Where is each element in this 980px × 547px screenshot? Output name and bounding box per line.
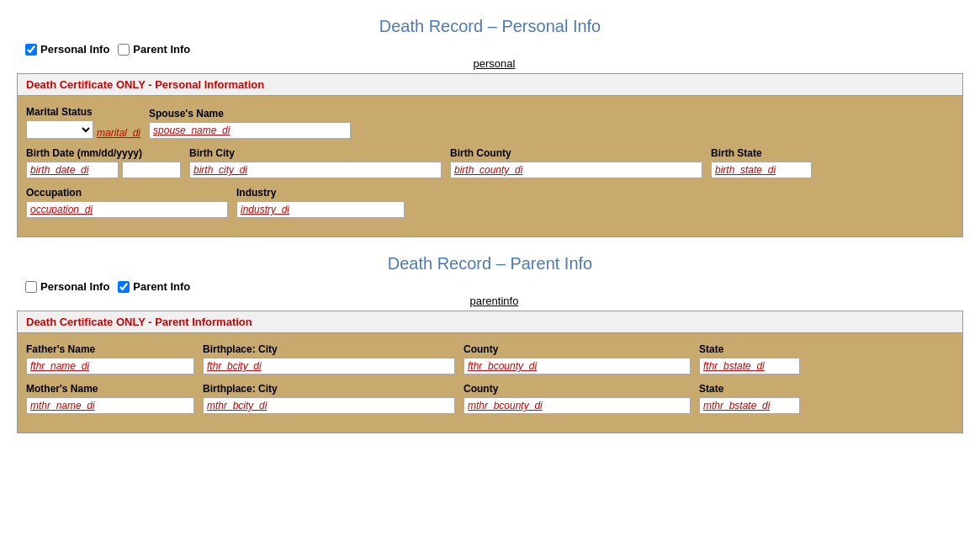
mother-name-input[interactable] [26,397,194,414]
mother-birthplace-city-group: Birthplace: City [203,383,455,414]
parent-tab-underline: parentinfo [17,295,963,307]
personal-tab1-label: Personal Info [40,43,109,56]
spouse-name-input[interactable] [149,122,351,139]
parent-tab-row: Personal Info Parent Info [17,280,963,293]
personal-tab-underline: personal [17,57,963,70]
father-name-group: Father's Name [26,343,194,374]
father-state-group: State [699,343,800,374]
spouse-name-label: Spouse's Name [149,108,351,119]
industry-group: Industry [236,187,405,218]
birth-city-label: Birth City [189,147,442,159]
parent-tab2-checkbox[interactable] [118,281,130,293]
mother-state-label: State [699,383,800,395]
parent-section-header: Death Certificate ONLY - Parent Informat… [18,311,962,333]
birth-date-group: Birth Date (mm/dd/yyyy) [26,147,181,178]
personal-row1: Marital Status marital_di Spouse's Name [26,106,954,139]
parent-section-body: Father's Name Birthplace: City County St… [18,333,962,433]
parent-tab2-label: Parent Info [133,280,190,293]
mother-state-group: State [699,383,800,414]
marital-status-link[interactable]: marital_di [97,127,140,139]
mother-county-group: County [464,383,691,414]
birth-date-label: Birth Date (mm/dd/yyyy) [26,147,181,159]
mother-name-group: Mother's Name [26,383,194,414]
marital-status-label: Marital Status [26,106,140,118]
birth-city-group: Birth City [189,147,442,178]
parent-section-wrapper: Death Certificate ONLY - Parent Informat… [17,311,963,433]
personal-tab-row: Personal Info Parent Info [17,43,963,56]
parent-row1: Father's Name Birthplace: City County St… [26,343,954,374]
occupation-label: Occupation [26,187,228,199]
parent-tab1-label: Personal Info [40,280,109,293]
personal-row3: Occupation Industry [26,187,954,218]
parent-row2: Mother's Name Birthplace: City County St… [26,383,954,414]
father-county-input[interactable] [464,358,691,374]
mother-name-label: Mother's Name [26,383,194,395]
marital-status-controls: marital_di [26,120,140,139]
birth-date-extra-input[interactable] [122,162,181,178]
parent-page-title: Death Record – Parent Info [17,254,963,274]
father-state-label: State [699,343,800,355]
marital-status-select[interactable] [26,120,93,139]
mother-state-input[interactable] [699,397,800,414]
personal-tab2-label: Parent Info [133,43,190,56]
personal-page-title: Death Record – Personal Info [17,17,963,36]
father-birthplace-city-input[interactable] [203,358,455,374]
personal-tab1-checkbox[interactable] [25,44,37,56]
mother-birthplace-city-label: Birthplace: City [203,383,455,395]
mother-birthplace-city-input[interactable] [203,397,455,414]
birth-county-input[interactable] [450,162,702,178]
occupation-group: Occupation [26,187,228,218]
father-birthplace-city-group: Birthplace: City [203,343,455,374]
parent-tab1-item: Personal Info [25,280,109,293]
personal-tab2-item: Parent Info [118,43,190,56]
birth-county-group: Birth County [450,147,702,178]
occupation-input[interactable] [26,201,228,218]
personal-tab2-checkbox[interactable] [118,44,130,56]
father-name-input[interactable] [26,358,194,374]
personal-section-body: Marital Status marital_di Spouse's Name … [18,96,962,236]
personal-section-wrapper: Death Certificate ONLY - Personal Inform… [17,73,963,237]
parent-tab1-checkbox[interactable] [25,281,37,293]
personal-tab1-item: Personal Info [25,43,109,56]
marital-status-group: Marital Status marital_di [26,106,140,139]
personal-row2: Birth Date (mm/dd/yyyy) Birth City Birth… [26,147,954,178]
parent-tab2-item: Parent Info [118,280,190,293]
birth-county-label: Birth County [450,147,702,159]
spouse-name-group: Spouse's Name [149,108,351,139]
father-state-input[interactable] [699,358,800,374]
birth-state-group: Birth State [711,147,812,178]
birth-date-input[interactable] [26,162,119,178]
father-county-group: County [464,343,691,374]
father-county-label: County [464,343,691,355]
birth-city-input[interactable] [189,162,442,178]
birth-state-input[interactable] [711,162,812,178]
mother-county-label: County [464,383,691,395]
father-name-label: Father's Name [26,343,194,355]
birth-state-label: Birth State [711,147,812,159]
industry-input[interactable] [236,201,405,218]
personal-section-header: Death Certificate ONLY - Personal Inform… [18,74,962,96]
father-birthplace-city-label: Birthplace: City [203,343,455,355]
mother-county-input[interactable] [464,397,691,414]
industry-label: Industry [236,187,405,199]
